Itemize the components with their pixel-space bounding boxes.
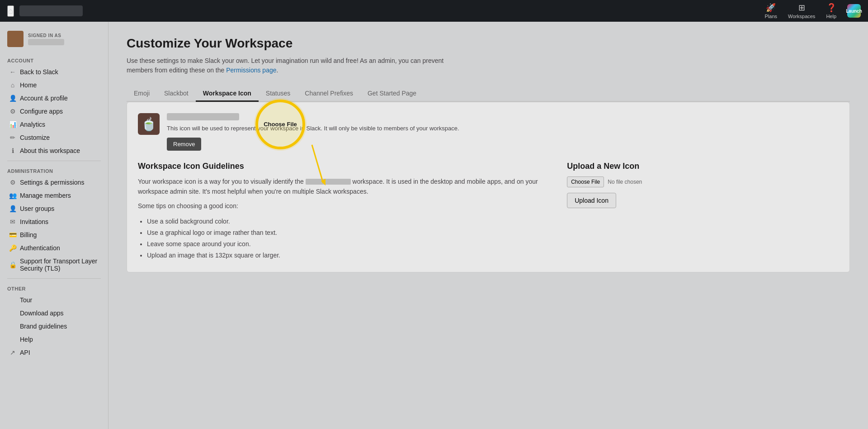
sidebar: SIGNED IN AS ACCOUNT ← Back to Slack ⌂ H…	[0, 22, 108, 429]
sidebar-item-billing[interactable]: 💳 Billing	[2, 229, 106, 241]
plans-label: Plans	[765, 14, 778, 19]
sidebar-item-authentication[interactable]: 🔑 Authentication	[2, 242, 106, 254]
tls-icon: 🔒	[9, 261, 16, 268]
tab-emoji[interactable]: Emoji	[127, 86, 157, 102]
account-profile-text: Account & profile	[20, 95, 68, 102]
guidelines-body1: Your workspace icon is a way for you to …	[138, 178, 304, 185]
configure-apps-text: Configure apps	[20, 108, 63, 115]
tour-text: Tour	[20, 296, 32, 304]
top-nav: ⌂ 🚀 Plans ⊞ Workspaces ❓ Help Launch	[0, 0, 868, 22]
workspaces-label: Workspaces	[788, 14, 815, 19]
sidebar-item-api[interactable]: ↗ API	[2, 346, 106, 359]
billing-icon: 💳	[9, 231, 16, 238]
invitations-icon: ✉	[9, 218, 16, 225]
billing-text: Billing	[20, 231, 37, 238]
top-nav-left: ⌂	[7, 5, 83, 17]
upload-icon-button[interactable]: Upload Icon	[567, 193, 616, 208]
sidebar-item-about-workspace[interactable]: ℹ About this workspace	[2, 144, 106, 157]
two-col-section: Workspace Icon Guidelines Your workspace…	[138, 162, 839, 262]
signed-in-info: SIGNED IN AS	[28, 33, 64, 45]
analytics-icon: 📊	[9, 121, 16, 128]
page-description: Use these settings to make Slack your ow…	[127, 56, 452, 75]
choose-file-button[interactable]: Choose File	[567, 176, 604, 187]
home-nav-button[interactable]: ⌂	[7, 5, 14, 17]
sidebar-item-tour[interactable]: Tour	[2, 294, 106, 306]
home-icon: ⌂	[9, 81, 16, 89]
sidebar-item-configure-apps[interactable]: ⚙ Configure apps	[2, 105, 106, 118]
guidelines-heading: Workspace Icon Guidelines	[138, 162, 545, 171]
icon-name-bar	[167, 113, 239, 120]
workspace-icon-card: 🍵 This icon will be used to represent yo…	[127, 102, 850, 272]
sidebar-item-account-profile[interactable]: 👤 Account & profile	[2, 92, 106, 105]
api-icon: ↗	[9, 349, 16, 356]
divider-1	[7, 161, 101, 161]
sidebar-item-brand-guidelines[interactable]: Brand guidelines	[2, 320, 106, 333]
sidebar-item-settings-permissions[interactable]: ⚙ Settings & permissions	[2, 176, 106, 189]
invitations-text: Invitations	[20, 218, 48, 225]
sidebar-item-user-groups[interactable]: 👤 User groups	[2, 202, 106, 215]
brand-guidelines-text: Brand guidelines	[20, 323, 67, 330]
choose-file-circle: Choose File	[255, 100, 305, 149]
tip-2: Use a graphical logo or image rather tha…	[147, 227, 545, 238]
no-file-text: No file chosen	[608, 179, 642, 185]
analytics-text: Analytics	[20, 121, 45, 128]
sidebar-item-home[interactable]: ⌂ Home	[2, 79, 106, 91]
tab-slackbot[interactable]: Slackbot	[157, 86, 196, 102]
guidelines-column: Workspace Icon Guidelines Your workspace…	[138, 162, 545, 262]
configure-apps-icon: ⚙	[9, 108, 16, 115]
help-nav-item[interactable]: ❓ Help	[826, 3, 836, 19]
help-icon: ❓	[826, 3, 836, 13]
plans-icon: 🚀	[766, 3, 776, 13]
current-icon-row: 🍵 This icon will be used to represent yo…	[138, 113, 839, 151]
authentication-text: Authentication	[20, 244, 60, 252]
avatar	[7, 31, 24, 47]
tips-intro: Some tips on choosing a good icon:	[138, 201, 545, 211]
info-icon: ℹ	[9, 147, 16, 154]
main-layout: SIGNED IN AS ACCOUNT ← Back to Slack ⌂ H…	[0, 22, 868, 429]
user-groups-text: User groups	[20, 205, 54, 212]
tip-4: Upload an image that is 132px square or …	[147, 250, 545, 261]
sidebar-item-manage-members[interactable]: 👥 Manage members	[2, 189, 106, 202]
workspaces-nav-item[interactable]: ⊞ Workspaces	[788, 3, 815, 19]
tab-channel-prefixes[interactable]: Channel Prefixes	[297, 86, 360, 102]
plans-nav-item[interactable]: 🚀 Plans	[765, 3, 778, 19]
signed-in-label: SIGNED IN AS	[28, 33, 64, 38]
account-icon: 👤	[9, 95, 16, 102]
remove-button[interactable]: Remove	[167, 138, 201, 151]
tls-text: Support for Transport Layer Security (TL…	[20, 257, 99, 272]
upload-column: Upload a New Icon Choose File No file ch…	[567, 162, 839, 262]
help-text: Help	[20, 336, 33, 343]
user-groups-icon: 👤	[9, 205, 16, 212]
members-icon: 👥	[9, 192, 16, 199]
admin-section-label: ADMINISTRATION	[0, 165, 108, 176]
choose-file-callout: Choose File	[255, 100, 305, 149]
sidebar-item-analytics[interactable]: 📊 Analytics	[2, 118, 106, 131]
api-text: API	[20, 349, 30, 356]
back-to-slack-text: Back to Slack	[20, 68, 58, 76]
sidebar-item-back-to-slack[interactable]: ← Back to Slack	[2, 66, 106, 78]
page-description-text: Use these settings to make Slack your ow…	[127, 57, 443, 74]
sidebar-item-tls[interactable]: 🔒 Support for Transport Layer Security (…	[2, 255, 106, 275]
sidebar-item-download-apps[interactable]: Download apps	[2, 307, 106, 319]
page-title: Customize Your Workspace	[127, 36, 850, 51]
signed-in-name	[28, 39, 64, 45]
back-arrow-icon: ←	[9, 68, 16, 76]
tip-1: Use a solid background color.	[147, 216, 545, 227]
home-text: Home	[20, 81, 37, 89]
about-workspace-text: About this workspace	[20, 147, 80, 154]
main-content: Customize Your Workspace Use these setti…	[108, 22, 868, 429]
settings-permissions-text: Settings & permissions	[20, 179, 84, 186]
launch-button[interactable]: Launch	[847, 4, 861, 18]
sidebar-item-customize[interactable]: ✏ Customize	[2, 131, 106, 144]
permissions-link[interactable]: Permissions page	[226, 67, 276, 74]
account-section-label: ACCOUNT	[0, 54, 108, 65]
customize-icon: ✏	[9, 134, 16, 141]
sidebar-item-help[interactable]: Help	[2, 333, 106, 346]
tip-3: Leave some space around your icon.	[147, 238, 545, 250]
tab-workspace-icon[interactable]: Workspace Icon	[196, 86, 259, 102]
workspace-icon-img: 🍵	[138, 113, 160, 135]
file-input-row: Choose File No file chosen	[567, 176, 839, 187]
sidebar-item-invitations[interactable]: ✉ Invitations	[2, 215, 106, 228]
tab-get-started-page[interactable]: Get Started Page	[360, 86, 424, 102]
choose-file-label: Choose File	[264, 121, 297, 129]
